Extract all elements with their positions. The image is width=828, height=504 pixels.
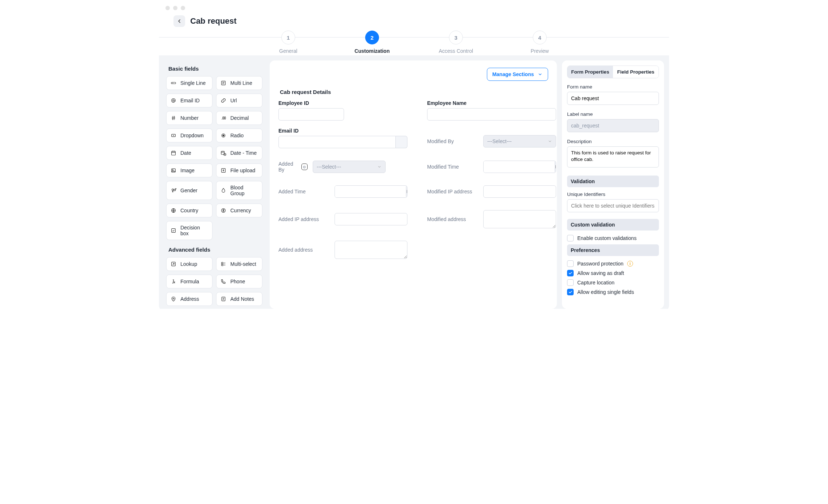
field-added-address[interactable]: Added address xyxy=(278,241,407,259)
info-icon: i xyxy=(627,261,633,267)
gender-icon xyxy=(170,187,177,194)
svg-rect-21 xyxy=(222,262,223,264)
added-address-input[interactable] xyxy=(335,241,407,259)
employee-id-input[interactable] xyxy=(278,108,344,121)
tab-form-properties[interactable]: Form Properties xyxy=(567,66,613,78)
field-added-time[interactable]: Added Time xyxy=(278,185,407,198)
modified-by-select[interactable]: ---Select--- xyxy=(483,135,556,147)
field-chip-number[interactable]: Number xyxy=(166,111,212,125)
checkbox-checked[interactable] xyxy=(567,289,574,295)
field-modified-ip[interactable]: Modified IP address xyxy=(427,185,556,198)
svg-rect-4 xyxy=(223,117,224,119)
checkbox-unchecked[interactable] xyxy=(567,260,574,267)
modified-time-input[interactable] xyxy=(483,161,556,173)
link-badge-icon: ⊖ xyxy=(301,164,308,170)
modified-ip-input[interactable] xyxy=(483,185,556,198)
upload-icon xyxy=(220,167,227,174)
field-palette: Basic fields Single Line Multi Line Emai… xyxy=(164,60,265,309)
step-number: 4 xyxy=(533,31,547,44)
field-label: Employee ID xyxy=(278,100,407,106)
field-label: Employee Name xyxy=(427,100,556,106)
field-chip-radio[interactable]: Radio xyxy=(216,129,262,142)
added-by-select[interactable]: ---Select--- xyxy=(313,161,386,173)
field-chip-formula[interactable]: Formula xyxy=(166,275,212,288)
modified-address-input[interactable] xyxy=(483,210,556,228)
field-added-by[interactable]: Added By ⊖ ---Select--- xyxy=(278,161,407,173)
form-name-label: Form name xyxy=(567,84,659,90)
field-employee-name[interactable]: Employee Name xyxy=(427,100,556,121)
step-access-control[interactable]: 3 Access Control xyxy=(434,31,478,54)
field-chip-file-upload[interactable]: File upload xyxy=(216,164,262,177)
back-button[interactable] xyxy=(173,15,185,27)
field-chip-label: Gender xyxy=(180,188,198,193)
tab-field-properties[interactable]: Field Properties xyxy=(613,66,659,78)
checkbox-label: Allow editing single fields xyxy=(577,289,634,295)
field-chip-address[interactable]: Address xyxy=(166,292,212,306)
checkbox-unchecked[interactable] xyxy=(567,235,574,241)
field-chip-country[interactable]: Country xyxy=(166,204,212,217)
field-employee-id[interactable]: Employee ID xyxy=(278,100,407,121)
unique-identifiers-input[interactable] xyxy=(567,199,659,212)
checkbox-label: Allow saving as draft xyxy=(577,270,624,276)
svg-rect-19 xyxy=(172,229,176,233)
field-chip-label: Radio xyxy=(230,133,244,138)
field-chip-url[interactable]: Url xyxy=(216,94,262,107)
enable-custom-validations-row[interactable]: Enable custom validations xyxy=(567,235,659,241)
field-chip-lookup[interactable]: Lookup xyxy=(166,257,212,271)
check-square-icon xyxy=(170,227,177,234)
email-id-input[interactable] xyxy=(278,136,396,148)
manage-sections-button[interactable]: Manage Sections xyxy=(487,68,548,81)
field-chip-add-notes[interactable]: Add Notes xyxy=(216,292,262,306)
field-chip-label: Number xyxy=(180,115,199,121)
field-added-ip[interactable]: Added IP address xyxy=(278,210,407,228)
checkbox-checked[interactable] xyxy=(567,270,574,276)
field-chip-date[interactable]: Date xyxy=(166,146,212,160)
unique-identifiers-label: Unique Identifiers xyxy=(567,192,659,197)
svg-point-8 xyxy=(223,135,224,136)
drop-icon xyxy=(220,187,227,194)
checkbox-unchecked[interactable] xyxy=(567,279,574,286)
lookup-icon xyxy=(170,261,177,267)
field-chip-gender[interactable]: Gender xyxy=(166,181,212,200)
added-time-input[interactable] xyxy=(335,185,407,198)
field-email-id[interactable]: Email ID xyxy=(278,128,407,148)
field-chip-email-id[interactable]: Email ID xyxy=(166,94,212,107)
field-chip-label: Url xyxy=(230,98,237,103)
field-chip-multi-line[interactable]: Multi Line xyxy=(216,76,262,90)
step-general[interactable]: 1 General xyxy=(266,31,310,54)
calendar-clock-icon[interactable] xyxy=(555,161,556,173)
field-chip-decimal[interactable]: Decimal xyxy=(216,111,262,125)
formula-icon xyxy=(170,278,177,285)
calendar-clock-icon[interactable] xyxy=(406,186,407,197)
field-chip-phone[interactable]: Phone xyxy=(216,275,262,288)
field-chip-dropdown[interactable]: Dropdown xyxy=(166,129,212,142)
step-preview[interactable]: 4 Preview xyxy=(518,31,562,54)
step-customization[interactable]: 2 Customization xyxy=(350,31,394,54)
field-chip-single-line[interactable]: Single Line xyxy=(166,76,212,90)
field-chip-date-time[interactable]: Date - Time xyxy=(216,146,262,160)
select-placeholder: ---Select--- xyxy=(487,138,512,144)
field-chip-blood-group[interactable]: Blood Group xyxy=(216,181,262,200)
pin-icon xyxy=(170,296,177,302)
pref-password-protection[interactable]: Password protection i xyxy=(567,260,659,267)
field-modified-address[interactable]: Modified address xyxy=(427,210,556,228)
field-chip-label: Currency xyxy=(230,208,251,213)
field-chip-image[interactable]: Image xyxy=(166,164,212,177)
field-modified-time[interactable]: Modified Time xyxy=(427,161,556,173)
pref-allow-draft[interactable]: Allow saving as draft xyxy=(567,270,659,276)
pref-capture-location[interactable]: Capture location xyxy=(567,279,659,286)
field-chip-label: Multi-select xyxy=(230,261,256,267)
svg-rect-9 xyxy=(172,151,176,155)
form-name-input[interactable] xyxy=(567,92,659,105)
properties-tabs: Form Properties Field Properties xyxy=(567,66,659,78)
description-input[interactable]: This form is used to raise request for o… xyxy=(567,146,659,168)
field-chip-currency[interactable]: Currency xyxy=(216,204,262,217)
image-icon xyxy=(170,167,177,174)
pref-allow-edit-single[interactable]: Allow editing single fields xyxy=(567,289,659,295)
field-chip-multi-select[interactable]: Multi-select xyxy=(216,257,262,271)
employee-name-input[interactable] xyxy=(427,108,556,121)
added-ip-input[interactable] xyxy=(335,213,407,225)
field-chip-decision-box[interactable]: Decision box xyxy=(166,221,212,240)
field-modified-by[interactable]: Modified By ---Select--- xyxy=(427,134,556,148)
radio-icon xyxy=(220,132,227,139)
